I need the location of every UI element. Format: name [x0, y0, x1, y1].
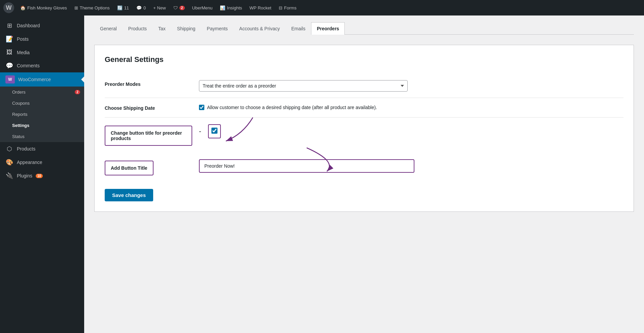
admin-bar-insights[interactable]: 📊 Insights: [217, 0, 245, 15]
change-button-section: Change button title for preorder product…: [105, 118, 623, 182]
admin-bar-forms[interactable]: ⊟ Forms: [276, 0, 299, 15]
admin-bar-comments[interactable]: 💬 0: [134, 0, 148, 15]
security-icon: 🛡: [173, 5, 178, 10]
preorder-modes-label: Preorder Modes: [105, 80, 192, 87]
sidebar-item-reports[interactable]: Reports: [0, 109, 84, 120]
choose-shipping-date-row: Choose Shipping Date Allow customer to c…: [105, 98, 623, 118]
add-button-row: Add Button Title: [105, 153, 623, 182]
change-button-separator: -: [199, 124, 201, 135]
tab-accounts-privacy[interactable]: Accounts & Privacy: [234, 22, 286, 35]
change-button-row: Change button title for preorder product…: [105, 118, 623, 153]
comments-icon: 💬: [136, 5, 142, 10]
admin-bar-rocket[interactable]: WP Rocket: [247, 0, 274, 15]
theme-options-icon: ⊞: [74, 5, 78, 10]
admin-bar-security[interactable]: 🛡 2: [171, 0, 188, 15]
change-button-checkbox-area: [208, 124, 221, 138]
dashboard-icon: ⊞: [5, 22, 13, 29]
save-button-container: Save changes: [105, 182, 623, 201]
change-button-label: Change button title for preorder product…: [105, 124, 192, 146]
woocommerce-icon: W: [5, 75, 15, 84]
media-icon: 🖼: [5, 49, 13, 56]
admin-bar-updates[interactable]: 🔄 11: [114, 0, 132, 15]
sidebar-item-posts[interactable]: 📝 Posts: [0, 32, 84, 46]
plugins-badge: 10: [36, 174, 43, 178]
admin-bar-theme-options[interactable]: ⊞ Theme Options: [72, 0, 112, 15]
admin-bar-new[interactable]: + New: [150, 0, 168, 15]
products-icon: ⬡: [5, 145, 13, 153]
tab-products[interactable]: Products: [123, 22, 152, 35]
forms-icon: ⊟: [279, 5, 282, 10]
comments-nav-icon: 💬: [5, 62, 13, 69]
tab-preorders[interactable]: Preorders: [311, 22, 345, 35]
sidebar-item-coupons[interactable]: Coupons: [0, 98, 84, 109]
choose-shipping-date-label: Choose Shipping Date: [105, 104, 192, 111]
add-button-title-input[interactable]: [199, 159, 414, 173]
security-badge: 2: [179, 6, 185, 10]
updates-icon: 🔄: [117, 5, 123, 10]
tabs-nav: General Products Tax Shipping Payments A…: [94, 22, 634, 35]
choose-shipping-date-field: Allow customer to choose a desired shipp…: [199, 104, 623, 111]
tab-general[interactable]: General: [94, 22, 123, 35]
shipping-date-checkbox-row: Allow customer to choose a desired shipp…: [199, 104, 623, 111]
sidebar-item-comments[interactable]: 💬 Comments: [0, 59, 84, 72]
appearance-icon: 🎨: [5, 159, 13, 166]
sidebar: ⊞ Dashboard 📝 Posts 🖼 Media 💬 Comments W…: [0, 15, 84, 333]
sidebar-item-status[interactable]: Status: [0, 131, 84, 142]
plugins-icon: 🔌: [5, 172, 13, 179]
add-button-title-label: Add Button Title: [105, 159, 192, 175]
tab-tax[interactable]: Tax: [152, 22, 171, 35]
shipping-date-checkbox-label: Allow customer to choose a desired shipp…: [207, 104, 377, 111]
sidebar-item-settings[interactable]: Settings: [0, 120, 84, 131]
tab-payments[interactable]: Payments: [201, 22, 233, 35]
save-changes-button[interactable]: Save changes: [105, 189, 153, 201]
preorder-modes-select[interactable]: Treat the entire order as a preorder Onl…: [199, 80, 408, 92]
sidebar-item-appearance[interactable]: 🎨 Appearance: [0, 156, 84, 169]
preorder-modes-field: Treat the entire order as a preorder Onl…: [199, 80, 623, 92]
insights-icon: 📊: [220, 5, 225, 10]
orders-badge: 2: [75, 90, 80, 94]
wp-logo[interactable]: W: [3, 2, 14, 13]
tab-shipping[interactable]: Shipping: [171, 22, 201, 35]
settings-panel: General Settings Preorder Modes Treat th…: [94, 45, 634, 212]
posts-icon: 📝: [5, 35, 13, 43]
admin-bar-ubermenu[interactable]: UberMenu: [190, 0, 215, 15]
tab-emails[interactable]: Emails: [285, 22, 311, 35]
sidebar-item-media[interactable]: 🖼 Media: [0, 46, 84, 59]
change-button-title-checkbox[interactable]: [211, 128, 217, 134]
sidebar-item-orders[interactable]: Orders 2: [0, 87, 84, 98]
sidebar-item-dashboard[interactable]: ⊞ Dashboard: [0, 19, 84, 32]
preorder-modes-row: Preorder Modes Treat the entire order as…: [105, 74, 623, 98]
change-button-highlight-box: Change button title for preorder product…: [105, 126, 192, 146]
page-title: General Settings: [105, 55, 623, 64]
admin-bar: W 🏠 Fish Monkey Gloves ⊞ Theme Options 🔄…: [0, 0, 644, 15]
woocommerce-submenu: Orders 2 Coupons Reports Settings Status: [0, 87, 84, 142]
sidebar-item-plugins[interactable]: 🔌 Plugins 10: [0, 169, 84, 182]
admin-bar-site[interactable]: 🏠 Fish Monkey Gloves: [18, 0, 70, 15]
main-content: General Products Tax Shipping Payments A…: [84, 15, 644, 333]
add-button-highlight-box: Add Button Title: [105, 161, 154, 175]
sidebar-item-products[interactable]: ⬡ Products: [0, 142, 84, 156]
shipping-date-checkbox[interactable]: [199, 105, 204, 110]
sidebar-item-woocommerce[interactable]: W WooCommerce: [0, 72, 84, 87]
home-icon: 🏠: [20, 5, 26, 10]
